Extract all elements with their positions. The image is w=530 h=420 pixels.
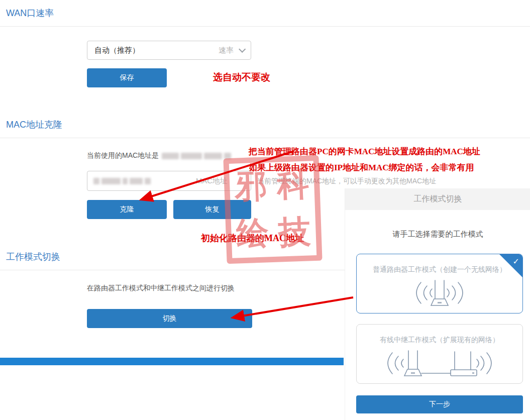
next-step-button[interactable]: 下一步 [356,395,523,413]
work-mode-section-title: 工作模式切换 [6,251,60,263]
annotation-mac-line3: 初始化路由器的MAC地址 [201,232,304,244]
current-mac-line: 当前使用的MAC地址是 [87,151,231,160]
chevron-down-icon [239,46,246,53]
clone-button[interactable]: 克隆 [87,200,167,219]
section-divider [0,138,530,138]
wan-speed-select-caption: 速率 [219,46,234,55]
restore-button[interactable]: 恢复 [173,200,251,219]
wan-speed-select[interactable]: 自动（推荐） 速率 [87,41,251,60]
mac-input-hint: 当前管理终端的MAC地址，可以手动更改为其他MAC地址 [257,177,436,186]
router-wifi-icon [392,277,487,308]
mac-input-label: MAC地址 [196,176,245,186]
redacted-mac-input-value [93,178,151,184]
mac-address-input[interactable]: MAC地址 [87,171,251,191]
annotation-choose-auto: 选自动不要改 [213,71,270,84]
section-divider [0,270,345,270]
annotation-mac-line2: 如果上级路由器设置的IP地址和MAC绑定的话，会非常有用 [249,162,474,173]
switch-mode-button[interactable]: 切换 [87,309,252,328]
check-icon: ✓ [513,257,519,266]
wan-speed-section-title: WAN口速率 [6,7,54,19]
annotation-mac-line1: 把当前管理路由器PC的网卡MAC地址设置成路由的MAC地址 [249,146,480,157]
two-routers-wired-icon [374,348,505,379]
mode-card-repeater[interactable]: 有线中继工作模式（扩展现有的网络） [356,324,523,384]
wan-speed-select-value: 自动（推荐） [94,46,219,55]
mode-card-repeater-label: 有线中继工作模式（扩展现有的网络） [357,336,522,345]
current-mac-text: 当前使用的MAC地址是 [87,151,159,160]
bottom-progress-bar [0,358,344,365]
save-button[interactable]: 保存 [87,68,167,87]
mode-dialog-panel: 工作模式切换 请手工选择需要的工作模式 普通路由器工作模式（创建一个无线网络） … [345,188,530,420]
mode-card-router-label: 普通路由器工作模式（创建一个无线网络） [357,265,522,274]
work-mode-description: 在路由器工作模式和中继工作模式之间进行切换 [87,284,235,293]
mode-card-router[interactable]: 普通路由器工作模式（创建一个无线网络） ✓ [356,254,523,313]
redacted-mac-value [162,153,231,159]
mode-dialog-subtitle: 请手工选择需要的工作模式 [345,230,530,239]
section-divider [0,26,530,27]
mac-clone-section-title: MAC地址克隆 [6,119,62,131]
mode-dialog-title: 工作模式切换 [345,188,530,210]
router-settings-page: { "colors": { "section_title_blue": "#3c… [0,0,530,420]
